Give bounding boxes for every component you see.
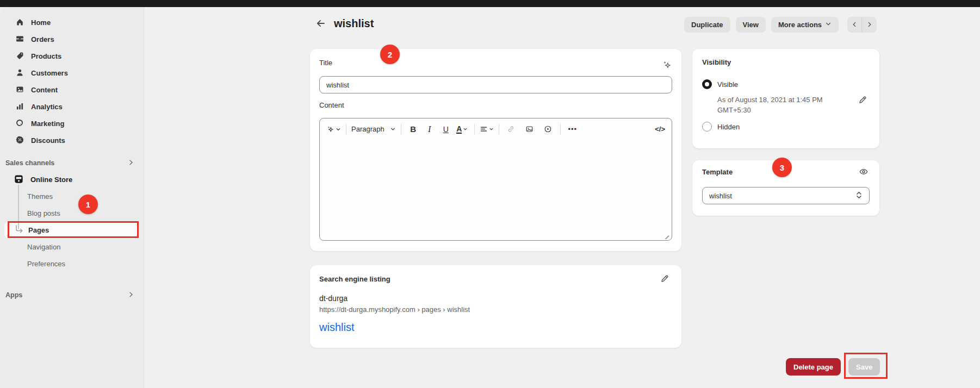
- visible-since-note: As of August 18, 2021 at 1:45 PM GMT+5:3…: [717, 95, 823, 115]
- next-page-button[interactable]: [862, 17, 877, 32]
- discounts-icon: [15, 135, 24, 146]
- marketing-icon: [15, 118, 24, 129]
- page-header: wishlist: [314, 17, 374, 30]
- seo-breadcrumb-url: https://dt-durga.myshopify.com › pages ›…: [319, 305, 470, 314]
- template-card: Template wishlist: [692, 160, 879, 216]
- view-button[interactable]: View: [736, 17, 766, 32]
- template-select[interactable]: wishlist: [702, 187, 870, 204]
- rte-text-color-button[interactable]: A: [455, 122, 469, 136]
- seo-card-title: Search engine listing: [319, 275, 390, 283]
- chevron-down-icon: [489, 127, 494, 132]
- products-icon: [15, 51, 24, 62]
- rte-paragraph-style-dropdown[interactable]: Paragraph: [351, 125, 396, 133]
- rte-code-view-button[interactable]: </>: [655, 125, 665, 133]
- hidden-radio-label[interactable]: Hidden: [717, 123, 740, 131]
- sidebar-tree-line: [18, 185, 19, 229]
- rte-magic-button[interactable]: [326, 122, 341, 136]
- back-arrow-icon[interactable]: [314, 17, 327, 30]
- sidebar-section-sales-channels[interactable]: Sales channels: [0, 155, 144, 171]
- rte-underline-button[interactable]: U: [439, 122, 453, 136]
- view-template-icon[interactable]: [859, 167, 869, 177]
- delete-page-button[interactable]: Delete page: [786, 358, 841, 376]
- sidebar-item-discounts[interactable]: Discounts: [0, 132, 144, 149]
- chevron-down-icon: [825, 21, 832, 29]
- rte-bold-button[interactable]: B: [406, 122, 420, 136]
- page-details-card: Title Content Paragraph B: [310, 49, 681, 251]
- toolbar-divider: [560, 124, 561, 135]
- edit-seo-icon[interactable]: [660, 274, 669, 283]
- header-actions: Duplicate View More actions: [684, 17, 877, 32]
- edit-visibility-date-icon[interactable]: [858, 95, 867, 104]
- search-engine-listing-card: Search engine listing dt-durga https://d…: [310, 265, 681, 348]
- rte-video-button[interactable]: [541, 122, 555, 136]
- rte-italic-button[interactable]: I: [423, 122, 437, 136]
- pencil-icon: [660, 274, 669, 283]
- chevron-right-icon: [127, 159, 135, 168]
- toolbar-divider: [474, 124, 475, 135]
- sidebar-section-apps[interactable]: Apps: [0, 287, 144, 303]
- sidebar-item-customers[interactable]: Customers: [0, 65, 144, 82]
- shopify-admin-page-editor: Home Orders Products Customers Content A…: [0, 0, 980, 388]
- eye-icon: [859, 167, 869, 177]
- template-title: Template: [702, 168, 733, 176]
- seo-site-name: dt-durga: [319, 294, 470, 303]
- sidebar-item-themes[interactable]: Themes: [4, 188, 139, 205]
- content-editor-area[interactable]: [320, 140, 672, 240]
- sidebar: Home Orders Products Customers Content A…: [0, 7, 144, 388]
- rte-alignment-button[interactable]: [480, 122, 494, 136]
- rte-toolbar: Paragraph B I U A: [320, 118, 672, 140]
- sidebar-item-content[interactable]: Content: [0, 82, 144, 98]
- orders-icon: [15, 34, 24, 45]
- sidebar-item-online-store[interactable]: Online Store: [0, 171, 144, 188]
- sidebar-item-home[interactable]: Home: [0, 14, 144, 31]
- sidebar-item-pages[interactable]: Pages: [4, 222, 139, 239]
- align-lines-icon: [480, 125, 488, 133]
- content-icon: [15, 85, 24, 96]
- visible-radio-label[interactable]: Visible: [717, 80, 738, 89]
- toolbar-divider: [499, 124, 499, 135]
- top-black-bar: [0, 0, 980, 7]
- more-actions-button[interactable]: More actions: [771, 17, 839, 32]
- previous-page-button[interactable]: [847, 17, 862, 32]
- toolbar-divider: [401, 124, 401, 135]
- online-store-icon: [14, 174, 24, 186]
- sidebar-item-marketing[interactable]: Marketing: [0, 115, 144, 132]
- rte-more-options-button[interactable]: •••: [566, 122, 580, 136]
- image-icon: [525, 125, 534, 133]
- customers-icon: [15, 68, 24, 79]
- visibility-title: Visibility: [702, 58, 731, 66]
- link-icon: [507, 125, 515, 133]
- chevron-down-icon: [463, 127, 468, 132]
- play-circle-icon: [544, 125, 552, 133]
- home-icon: [15, 17, 24, 28]
- visible-radio[interactable]: [702, 79, 712, 89]
- content-field-label: Content: [319, 101, 344, 109]
- visibility-card: Visibility Visible As of August 18, 2021…: [692, 49, 879, 148]
- title-field-label: Title: [319, 59, 332, 67]
- pencil-icon: [858, 95, 867, 104]
- rte-link-button[interactable]: [504, 122, 518, 136]
- analytics-icon: [15, 102, 24, 112]
- sidebar-item-navigation[interactable]: Navigation: [4, 239, 139, 255]
- chevron-right-icon: [127, 291, 135, 300]
- sidebar-item-blog-posts[interactable]: Blog posts: [4, 205, 139, 222]
- record-pager: [847, 17, 877, 32]
- branch-arrow-icon: [15, 225, 24, 235]
- resize-handle[interactable]: [665, 235, 669, 239]
- rte-image-button[interactable]: [523, 122, 537, 136]
- sidebar-item-analytics[interactable]: Analytics: [0, 98, 144, 115]
- sidebar-item-preferences[interactable]: Preferences: [4, 255, 139, 272]
- sidebar-item-products[interactable]: Products: [0, 48, 144, 65]
- hidden-radio[interactable]: [702, 122, 712, 132]
- page-title: wishlist: [334, 17, 374, 30]
- title-input[interactable]: [319, 76, 672, 93]
- chevron-down-icon: [390, 126, 396, 132]
- magic-sparkle-icon[interactable]: [662, 60, 672, 72]
- select-chevrons-icon: [855, 191, 863, 201]
- rich-text-editor: Paragraph B I U A: [319, 118, 672, 241]
- sidebar-item-orders[interactable]: Orders: [0, 31, 144, 48]
- toolbar-divider: [346, 124, 346, 135]
- seo-page-link[interactable]: wishlist: [319, 321, 470, 334]
- save-button[interactable]: Save: [848, 358, 880, 376]
- duplicate-button[interactable]: Duplicate: [684, 17, 730, 32]
